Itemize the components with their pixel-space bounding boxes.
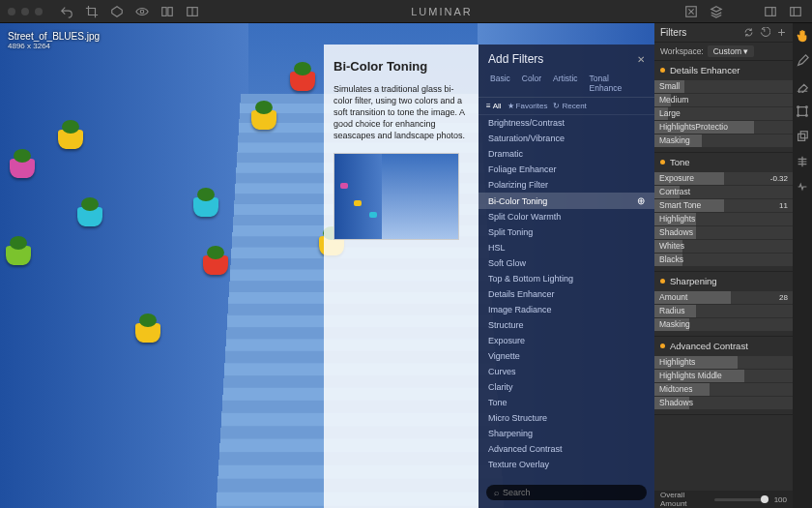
svg-rect-12	[798, 134, 805, 140]
filter-item[interactable]: Details Enhancer	[478, 286, 654, 302]
undo-icon[interactable]	[60, 5, 73, 18]
denoise-tool-icon[interactable]	[796, 180, 809, 194]
sidebar-toggle-icon[interactable]	[789, 5, 802, 18]
filter-item[interactable]: Split Color Warmth	[478, 209, 654, 224]
add-filter-icon[interactable]	[776, 27, 787, 38]
layers-icon[interactable]	[710, 5, 723, 18]
svg-point-8	[798, 106, 799, 108]
slider-row[interactable]: Small	[654, 80, 793, 93]
filter-list[interactable]: Brightness/ContrastSaturation/VibranceDr…	[478, 115, 654, 481]
group-indicator-icon	[660, 160, 665, 164]
slider-row[interactable]: Large	[654, 107, 793, 120]
slider-row[interactable]: Radius	[654, 305, 793, 317]
slider-row[interactable]: Highlights	[654, 213, 793, 225]
filter-item[interactable]: Bi-Color Toning⊕	[478, 193, 654, 209]
crop-tool-icon[interactable]	[796, 105, 809, 118]
image-canvas[interactable]: Street_of_BLUES.jpg 4896 x 3264 Bi-Color…	[0, 23, 654, 508]
window-controls[interactable]	[0, 8, 50, 15]
overall-amount-label: Overall Amount	[660, 491, 709, 508]
slider-row[interactable]: Whites	[654, 240, 793, 253]
category-tab-basic[interactable]: Basic	[484, 70, 516, 97]
filter-item[interactable]: Curves	[478, 364, 654, 379]
toolbar-right	[675, 5, 812, 18]
subtab-all[interactable]: ≡ All	[486, 102, 502, 110]
overall-amount-value: 100	[774, 495, 787, 504]
filter-item[interactable]: Soft Glow	[478, 255, 654, 271]
crop-icon[interactable]	[85, 5, 99, 18]
filter-item[interactable]: Saturation/Vibrance	[478, 131, 654, 146]
slider-row[interactable]: Blacks	[654, 254, 793, 266]
brush-tool-icon[interactable]	[796, 54, 809, 68]
filter-item[interactable]: Split Toning	[478, 224, 654, 240]
reset-icon[interactable]	[760, 27, 770, 38]
filter-item[interactable]: Advanced Contrast	[478, 441, 654, 457]
filter-item[interactable]: Vignette	[478, 348, 654, 364]
compare-icon[interactable]	[160, 5, 174, 18]
titlebar: LUMINAR	[0, 0, 812, 23]
filter-item[interactable]: Dramatic	[478, 146, 654, 162]
subtab-recent[interactable]: ↻ Recent	[553, 102, 586, 110]
before-after-icon[interactable]	[186, 5, 199, 18]
filter-item[interactable]: Clarity	[478, 379, 654, 395]
category-tab-tonal-enhance[interactable]: Tonal Enhance	[584, 70, 649, 97]
filter-group-header[interactable]: Advanced Contrast	[654, 337, 793, 355]
slider-row[interactable]: Shadows	[654, 226, 793, 239]
svg-rect-5	[766, 7, 776, 15]
sync-icon[interactable]	[743, 27, 754, 38]
filters-panel: Filters Workspace: Custom ▾ Details Enha…	[654, 23, 793, 508]
gradient-tool-icon[interactable]	[796, 155, 809, 168]
filter-category-tabs: BasicColorArtisticTonal Enhance	[478, 70, 654, 98]
filter-group-header[interactable]: Details Enhancer	[654, 61, 793, 79]
filter-item[interactable]: Polarizing Filter	[478, 177, 654, 193]
filter-search-input[interactable]	[503, 488, 639, 497]
zoom-window[interactable]	[35, 8, 43, 15]
slider-row[interactable]: Amount28	[654, 291, 793, 304]
eye-icon[interactable]	[135, 5, 149, 18]
overall-amount-slider[interactable]	[714, 498, 768, 501]
group-indicator-icon	[660, 344, 665, 348]
slider-row[interactable]: Contrast	[654, 186, 793, 198]
filter-item[interactable]: Sharpening	[478, 426, 654, 441]
svg-rect-6	[791, 7, 801, 15]
filter-group-header[interactable]: Sharpening	[654, 272, 793, 290]
erase-tool-icon[interactable]	[796, 79, 809, 93]
clone-tool-icon[interactable]	[796, 130, 809, 143]
filter-group: Advanced ContrastHighlightsHighlights Mi…	[654, 337, 793, 415]
app-title: LUMINAR	[209, 6, 675, 17]
hand-tool-icon[interactable]	[796, 29, 809, 43]
filter-item[interactable]: Brightness/Contrast	[478, 115, 654, 131]
slider-row[interactable]: Midtones	[654, 383, 793, 396]
slider-row[interactable]: Smart Tone11	[654, 199, 793, 212]
filter-item[interactable]: Top & Bottom Lighting	[478, 271, 654, 286]
category-tab-color[interactable]: Color	[516, 70, 547, 97]
filter-item[interactable]: Structure	[478, 317, 654, 333]
slider-row[interactable]: Highlights Middle	[654, 370, 793, 382]
slider-row[interactable]: Shadows	[654, 397, 793, 409]
zoom-fit-icon[interactable]	[684, 5, 698, 18]
filter-group: Details EnhancerSmallMediumLargeHighligh…	[654, 61, 793, 153]
filter-item[interactable]: Exposure	[478, 333, 654, 348]
filter-item[interactable]: Image Radiance	[478, 302, 654, 317]
minimize-window[interactable]	[21, 8, 29, 15]
slider-row[interactable]: HighlightsProtectio	[654, 121, 793, 134]
filter-item[interactable]: Foliage Enhancer	[478, 162, 654, 177]
filter-search[interactable]: ⌕	[486, 485, 647, 500]
slider-row[interactable]: Exposure-0.32	[654, 172, 793, 185]
slider-row[interactable]: Masking	[654, 134, 793, 147]
filter-item[interactable]: Micro Structure	[478, 410, 654, 426]
filter-group-header[interactable]: Tone	[654, 153, 793, 171]
filter-item[interactable]: HSL	[478, 240, 654, 255]
filter-item[interactable]: Tone	[478, 395, 654, 410]
subtab-favorites[interactable]: ★ Favorites	[508, 102, 548, 110]
workspace-selector[interactable]: Custom ▾	[708, 45, 755, 57]
transform-icon[interactable]	[110, 5, 124, 18]
panel-toggle-icon[interactable]	[764, 5, 777, 18]
close-icon[interactable]: ✕	[637, 54, 645, 65]
slider-row[interactable]: Medium	[654, 94, 793, 106]
slider-row[interactable]: Highlights	[654, 356, 793, 369]
slider-row[interactable]: Masking	[654, 318, 793, 331]
close-window[interactable]	[8, 8, 15, 15]
category-tab-artistic[interactable]: Artistic	[547, 70, 584, 97]
add-icon[interactable]: ⊕	[637, 195, 645, 206]
filter-item[interactable]: Texture Overlay	[478, 457, 654, 472]
